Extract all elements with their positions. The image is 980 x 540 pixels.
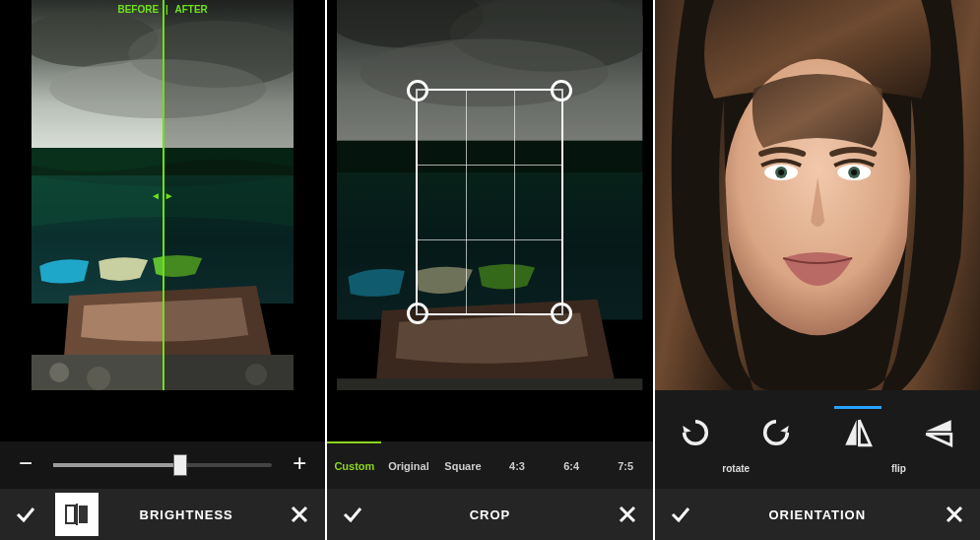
ratio-custom[interactable]: Custom: [327, 441, 381, 489]
before-label: BEFORE: [117, 4, 159, 15]
ratio-7-5[interactable]: 7:5: [599, 441, 653, 489]
confirm-button[interactable]: [0, 489, 51, 540]
cancel-button[interactable]: [602, 489, 653, 540]
rotate-cw-icon: [759, 416, 793, 449]
image-canvas[interactable]: BEFORE | AFTER ◄ ►: [0, 0, 325, 390]
ratio-6-4[interactable]: 6:4: [545, 441, 599, 489]
confirm-button[interactable]: [327, 489, 378, 540]
before-after-labels: BEFORE | AFTER: [0, 4, 325, 15]
close-icon: [618, 505, 637, 524]
svg-point-7: [49, 363, 69, 382]
rotate-label: rotate: [722, 463, 750, 474]
compare-toggle-button[interactable]: [55, 493, 98, 536]
rotate-ccw-button[interactable]: [672, 406, 719, 453]
ratio-original[interactable]: Original: [381, 441, 435, 489]
close-icon: [945, 505, 964, 524]
bottom-bar: BRIGHTNESS: [0, 489, 325, 540]
svg-point-24: [778, 169, 784, 175]
svg-rect-11: [79, 506, 88, 523]
flip-vertical-icon: [922, 416, 955, 449]
svg-point-27: [851, 169, 857, 175]
rotate-ccw-icon: [679, 416, 712, 449]
aspect-ratio-tabs: Custom Original Square 4:3 6:4 7:5: [327, 441, 652, 489]
ratio-square[interactable]: Square: [435, 441, 490, 489]
brightness-panel: BEFORE | AFTER ◄ ► − +: [0, 0, 327, 540]
flip-label: flip: [891, 463, 906, 474]
decrease-button[interactable]: −: [12, 451, 39, 479]
after-label: AFTER: [175, 4, 208, 15]
bottom-bar: CROP: [327, 489, 652, 540]
flip-vertical-button[interactable]: [915, 406, 962, 453]
check-icon: [14, 503, 37, 526]
svg-point-3: [49, 59, 266, 118]
slider-thumb[interactable]: [173, 454, 187, 476]
compare-handle[interactable]: ◄ ►: [151, 190, 174, 201]
crop-handle-tl[interactable]: [407, 80, 428, 101]
flip-group: flip: [817, 390, 980, 489]
svg-point-8: [87, 367, 110, 390]
crop-rectangle[interactable]: [416, 89, 563, 315]
compare-icon: [64, 502, 90, 527]
flip-horizontal-icon: [841, 416, 875, 449]
check-icon: [341, 503, 364, 526]
svg-point-9: [245, 364, 267, 385]
rotate-group: rotate: [655, 390, 817, 489]
crop-panel: Custom Original Square 4:3 6:4 7:5 CROP: [327, 0, 654, 540]
svg-rect-10: [66, 506, 75, 523]
panel-title: ORIENTATION: [706, 507, 929, 522]
panel-title: BRIGHTNESS: [98, 507, 274, 522]
rotate-cw-button[interactable]: [752, 406, 800, 453]
brightness-slider[interactable]: [53, 463, 272, 467]
flip-horizontal-button[interactable]: [834, 406, 882, 453]
orientation-panel: rotate flip: [655, 0, 980, 540]
cancel-button[interactable]: [929, 489, 980, 540]
confirm-button[interactable]: [655, 489, 706, 540]
image-canvas[interactable]: [327, 0, 652, 390]
close-icon: [290, 505, 309, 524]
check-icon: [669, 503, 692, 526]
panel-title: CROP: [378, 507, 601, 522]
brightness-slider-row: − +: [0, 441, 325, 489]
bottom-bar: ORIENTATION: [655, 489, 980, 540]
cancel-button[interactable]: [274, 489, 325, 540]
increase-button[interactable]: +: [286, 451, 313, 479]
image-canvas[interactable]: [655, 0, 980, 390]
ratio-4-3[interactable]: 4:3: [490, 441, 545, 489]
orientation-controls: rotate flip: [655, 390, 980, 489]
